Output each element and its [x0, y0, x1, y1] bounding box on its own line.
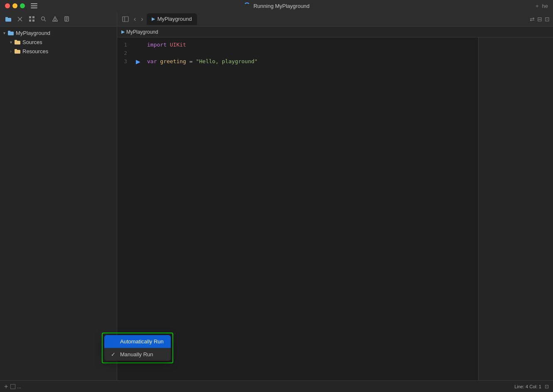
- keyword-var: var: [147, 57, 157, 66]
- loading-spinner: [243, 2, 250, 9]
- tab-label: MyPlayground: [157, 16, 192, 22]
- sidebar-toolbar: [0, 12, 117, 27]
- window-title: Running MyPlayground: [253, 3, 310, 9]
- editor-area: ‹ › ▶ MyPlayground ⇄ ⊟ ⊡ ▶ MyPlayground …: [117, 12, 553, 392]
- collapse-title-button[interactable]: he: [542, 3, 548, 9]
- svg-rect-7: [32, 20, 34, 22]
- bottom-bar: + ... Line: 4 Col: 1 ⊡: [0, 380, 553, 392]
- tree-item-sources-label: Sources: [22, 39, 42, 45]
- var-greeting: greeting: [160, 57, 186, 66]
- svg-point-12: [54, 20, 55, 21]
- title-bar: Running MyPlayground + he: [0, 0, 553, 12]
- tab-myplayground[interactable]: ▶ MyPlayground: [147, 13, 197, 25]
- svg-rect-5: [32, 16, 34, 18]
- tree-item-sources[interactable]: ▾ Sources: [0, 37, 117, 47]
- svg-rect-22: [15, 49, 17, 51]
- breadcrumb-bar: ▶ MyPlayground: [117, 27, 553, 37]
- main-layout: ▾ MyPlayground ▾ Sources › Reso: [0, 12, 553, 392]
- dropdown-popup: Automatically Run ✓ Manually Run: [102, 333, 173, 363]
- minimize-traffic-light[interactable]: [12, 3, 17, 8]
- tree-item-myplayground[interactable]: ▾ MyPlayground: [0, 28, 117, 37]
- dropdown-item-manual-run[interactable]: ✓ Manually Run: [104, 348, 171, 361]
- layout-button[interactable]: [120, 14, 130, 24]
- sidebar: ▾ MyPlayground ▾ Sources › Reso: [0, 12, 117, 392]
- string-hello: "Hello, playground": [196, 57, 258, 66]
- dropdown-item-auto-run[interactable]: Automatically Run: [104, 335, 171, 348]
- editor-right-buttons: ⇄ ⊟ ⊡: [530, 16, 550, 22]
- bottom-left: + ...: [4, 383, 21, 390]
- close-traffic-light[interactable]: [5, 3, 10, 8]
- tree-item-resources[interactable]: › Resources: [0, 47, 117, 56]
- folder-resources-icon: [14, 48, 21, 54]
- line-col-indicator: Line: 4 Col: 1: [514, 384, 541, 389]
- sidebar-warning-btn[interactable]: [50, 14, 60, 24]
- chevron-right-icon-resources: ›: [8, 49, 13, 54]
- code-line-1: import UIKit: [144, 41, 478, 49]
- auto-run-label: Automatically Run: [120, 338, 164, 345]
- return-button[interactable]: ⇄: [530, 16, 535, 22]
- svg-rect-4: [29, 16, 31, 18]
- svg-rect-6: [29, 20, 31, 22]
- run-dot: ...: [17, 384, 21, 389]
- code-line-2: [144, 49, 478, 57]
- sidebar-folder-btn[interactable]: [3, 14, 13, 24]
- tab-playground-icon: ▶: [152, 16, 155, 22]
- dropdown-menu: Automatically Run ✓ Manually Run: [104, 335, 171, 361]
- svg-line-9: [44, 20, 46, 21]
- run-mode-button[interactable]: ...: [10, 384, 21, 389]
- results-panel: [478, 37, 553, 392]
- code-line-3: var greeting = "Hello, playground": [144, 57, 478, 66]
- svg-rect-1: [5, 17, 8, 19]
- breadcrumb-playground-icon: ▶: [121, 29, 125, 35]
- traffic-lights: [5, 3, 25, 8]
- run-line-button[interactable]: ▶: [134, 57, 142, 66]
- maximize-traffic-light[interactable]: [20, 3, 25, 8]
- svg-rect-20: [15, 40, 17, 42]
- window-title-area: Running MyPlayground: [243, 2, 310, 9]
- code-content[interactable]: import UIKit var greeting = "Hello, play…: [144, 37, 478, 392]
- run-checkbox[interactable]: [10, 384, 15, 389]
- sidebar-file-btn[interactable]: [61, 14, 71, 24]
- svg-rect-18: [8, 31, 10, 32]
- sidebar-close-btn[interactable]: [15, 14, 25, 24]
- chevron-down-icon-sources: ▾: [8, 39, 13, 44]
- bottom-add-button[interactable]: +: [4, 383, 8, 390]
- playground-icon: [7, 30, 14, 36]
- resize-icon[interactable]: ⊡: [545, 384, 549, 390]
- split-button[interactable]: ⊟: [537, 16, 542, 22]
- sidebar-search-btn[interactable]: [38, 14, 48, 24]
- inspector-button[interactable]: ⊡: [545, 16, 550, 22]
- code-editor[interactable]: 1 2 3 ▶ import UIKit var greeting = "Hel…: [117, 37, 553, 392]
- manual-run-checkmark: ✓: [111, 351, 117, 357]
- svg-rect-29: [123, 17, 128, 22]
- sidebar-tree: ▾ MyPlayground ▾ Sources › Reso: [0, 27, 117, 380]
- chevron-down-icon: ▾: [2, 30, 7, 35]
- back-button[interactable]: ‹: [132, 15, 138, 23]
- bottom-right: Line: 4 Col: 1 ⊡: [514, 384, 549, 390]
- sidebar-grid-btn[interactable]: [27, 14, 37, 24]
- add-tab-title-button[interactable]: +: [536, 3, 539, 9]
- folder-sources-icon: [14, 39, 21, 45]
- manual-run-label: Manually Run: [120, 351, 153, 357]
- tree-item-resources-label: Resources: [22, 48, 48, 54]
- tab-bar: ▶ MyPlayground: [147, 13, 528, 25]
- title-right-buttons: + he: [536, 3, 548, 9]
- tree-item-label: MyPlayground: [16, 30, 50, 36]
- keyword-import: import: [147, 41, 167, 49]
- breadcrumb-label: MyPlayground: [126, 29, 158, 35]
- sidebar-toggle-button[interactable]: [31, 3, 37, 8]
- svg-point-8: [41, 17, 44, 20]
- module-uikit: UIKit: [170, 41, 186, 49]
- forward-button[interactable]: ›: [139, 15, 145, 23]
- dropdown-outline: Automatically Run ✓ Manually Run: [102, 333, 173, 363]
- editor-toolbar: ‹ › ▶ MyPlayground ⇄ ⊟ ⊡: [117, 12, 553, 27]
